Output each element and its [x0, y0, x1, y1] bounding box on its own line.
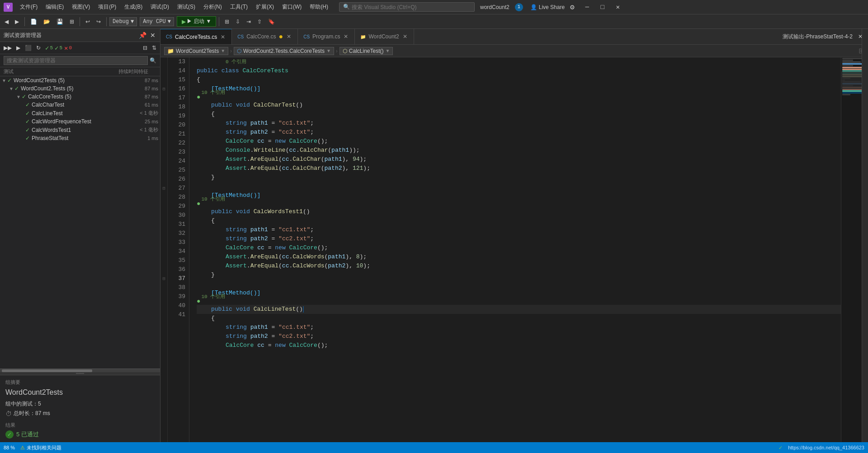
run-all-button[interactable]: ▶▶ [2, 44, 14, 52]
test-search-icon[interactable]: 🔍 [150, 57, 156, 64]
tree-item-leaf4[interactable]: ✓ CalcWordsTest1 < 1 毫秒 [0, 126, 160, 134]
fold-cell-27[interactable]: ⊟ [160, 184, 167, 193]
code-line-16[interactable]: public void CalcCharTest() [197, 101, 841, 110]
start-button[interactable]: ▶ ▶ 启动 ▼ [177, 16, 217, 27]
code-line-38[interactable]: { [197, 314, 841, 323]
search-input[interactable] [352, 4, 460, 10]
fold-cell-38[interactable] [160, 283, 167, 292]
search-box[interactable]: 🔍 [339, 2, 475, 12]
fold-cell-17[interactable] [160, 93, 167, 103]
live-share-button[interactable]: 👤 Live Share [527, 3, 568, 11]
tree-item-leaf2[interactable]: ✓ CalcLineTest < 1 毫秒 [0, 109, 160, 117]
fold-cell-29[interactable] [160, 202, 167, 211]
fold-cell-13[interactable] [160, 57, 167, 66]
menu-debug[interactable]: 调试(D) [147, 1, 173, 13]
fold-cell-14[interactable] [160, 66, 167, 75]
tab-calc-core-tests[interactable]: CS CalcCoreTests.cs ✕ [160, 29, 232, 44]
breadcrumb-namespace[interactable]: ⬡ WordCount2.Tests.CalcCoreTests ▼ [234, 47, 334, 55]
fold-cell-39[interactable] [160, 292, 167, 301]
test-search-input[interactable] [4, 56, 148, 65]
sort-button[interactable]: ⇅ [150, 44, 158, 52]
breakpoint-button[interactable]: ⊞ [222, 18, 232, 26]
undo-button[interactable]: ↩ [83, 18, 93, 26]
save-all-button[interactable]: ⊞ [67, 18, 77, 26]
fold-cell-37[interactable]: ⊟ [160, 274, 167, 283]
fold-cell-18[interactable] [160, 103, 167, 112]
code-line-13[interactable]: public class CalcCoreTests [197, 66, 841, 75]
tab-close-3[interactable]: ✕ [343, 33, 349, 40]
open-button[interactable]: 📂 [41, 18, 53, 26]
tree-item-root1[interactable]: ▼ ✓ WordCount2Tests (5) 87 ms [0, 76, 160, 84]
fold-cell-41[interactable] [160, 310, 167, 319]
menu-build[interactable]: 生成(B) [121, 1, 146, 13]
fold-cell-16[interactable]: ⊟ [160, 84, 167, 93]
tree-item-leaf5[interactable]: ✓ PhraseStatTest 1 ms [0, 134, 160, 142]
menu-project[interactable]: 项目(P) [94, 1, 120, 13]
code-line-33[interactable]: Assert.AreEqual(cc.CalcWords(path2), 10)… [197, 262, 841, 271]
tree-item-leaf1[interactable]: ✓ CalcCharTest 61 ms [0, 101, 160, 109]
close-button[interactable]: ✕ [611, 2, 625, 13]
refresh-button[interactable]: ↻ [34, 44, 42, 52]
fold-cell-28[interactable] [160, 193, 167, 202]
code-line-14[interactable]: { [197, 75, 841, 84]
step-over-button[interactable]: ⇥ [244, 18, 254, 26]
code-line-23[interactable]: Assert.AreEqual(cc.CalcChar(path2), 121)… [197, 164, 841, 173]
code-line-27[interactable]: public void CalcWordsTest1() [197, 207, 841, 216]
tab-calc-core[interactable]: CS CalcCore.cs ● ✕ [232, 29, 298, 44]
code-line-26[interactable]: [TestMethod()] ●10 个引用 [197, 191, 841, 207]
code-line-31[interactable]: CalcCore cc = new CalcCore(); [197, 243, 841, 252]
account-icon[interactable]: ⚙ [570, 3, 575, 12]
code-line-36[interactable]: [TestMethod()] ●10 个引用 [197, 289, 841, 305]
fold-cell-30[interactable] [160, 211, 167, 220]
tab-close-1[interactable]: ✕ [220, 33, 226, 41]
menu-tools[interactable]: 工具(T) [226, 1, 251, 13]
forward-button[interactable]: ▶ [12, 18, 22, 26]
code-line-21[interactable]: Console.WriteLine(cc.CalcChar(path1)); [197, 146, 841, 155]
fold-cell-15[interactable] [160, 75, 167, 84]
fold-cell-35[interactable] [160, 256, 167, 265]
tab-close-4[interactable]: ✕ [402, 33, 408, 40]
tree-item-leaf3[interactable]: ✓ CalcWordFrequenceTest 25 ms [0, 117, 160, 126]
notification-badge[interactable]: 1 [515, 3, 523, 11]
code-line-20[interactable]: CalcCore cc = new CalcCore(); [197, 137, 841, 146]
status-check-item[interactable]: ✓ [778, 445, 783, 451]
code-line-15[interactable]: [TestMethod()] ●10 个引用 [197, 84, 841, 101]
code-line-37[interactable]: public void CalcLineTest() [197, 305, 841, 314]
code-line-28[interactable]: { [197, 216, 841, 225]
fold-cell-33[interactable] [160, 238, 167, 247]
fold-cell-22[interactable] [160, 139, 167, 148]
status-zoom[interactable]: 88 % [4, 445, 15, 450]
code-line-39[interactable]: string path1 = "cc1.txt"; [197, 323, 841, 332]
menu-edit[interactable]: 编辑(E) [42, 1, 67, 13]
fold-cell-31[interactable] [160, 220, 167, 229]
fold-cell-23[interactable] [160, 148, 167, 157]
code-line-25[interactable] [197, 182, 841, 191]
redo-button[interactable]: ↪ [94, 18, 104, 26]
debug-test-button[interactable]: ⬛ [23, 44, 33, 52]
menu-file[interactable]: 文件(F) [16, 1, 41, 13]
tab-wordcount2[interactable]: 📁 WordCount2 ✕ [355, 29, 414, 44]
code-line-41[interactable]: CalcCore cc = new CalcCore(); [197, 341, 841, 350]
bookmark-button[interactable]: 🔖 [265, 18, 278, 26]
platform-dropdown[interactable]: Any CPU ▼ [140, 17, 174, 26]
run-button[interactable]: ▶ [14, 44, 22, 52]
step-out-button[interactable]: ⇧ [255, 18, 264, 26]
fold-cell-24[interactable] [160, 157, 167, 166]
code-line-19[interactable]: string path2 = "cc2.txt"; [197, 128, 841, 137]
test-output-tab[interactable]: 测试输出-PhraseStatTest-4-2 [781, 32, 854, 42]
menu-window[interactable]: 窗口(W) [278, 1, 305, 13]
code-line-18[interactable]: string path1 = "cc1.txt"; [197, 119, 841, 128]
tree-item-child2[interactable]: ▼ ✓ CalcCoreTests (5) 87 ms [0, 93, 160, 101]
fold-cell-36[interactable] [160, 265, 167, 274]
minimize-button[interactable]: ─ [580, 2, 594, 13]
menu-extensions[interactable]: 扩展(X) [252, 1, 278, 13]
tree-item-child1[interactable]: ▼ ✓ WordCount2.Tests (5) 87 ms [0, 84, 160, 93]
menu-test[interactable]: 测试(S) [174, 1, 199, 13]
fold-cell-20[interactable] [160, 121, 167, 130]
code-line-35[interactable] [197, 280, 841, 289]
breadcrumb-project[interactable]: 📁 WordCount2Tests ▼ [164, 47, 228, 55]
tab-program[interactable]: CS Program.cs ✕ [298, 29, 355, 44]
save-button[interactable]: 💾 [54, 18, 66, 26]
fold-cell-26[interactable] [160, 175, 167, 184]
new-file-button[interactable]: 📄 [28, 18, 40, 26]
